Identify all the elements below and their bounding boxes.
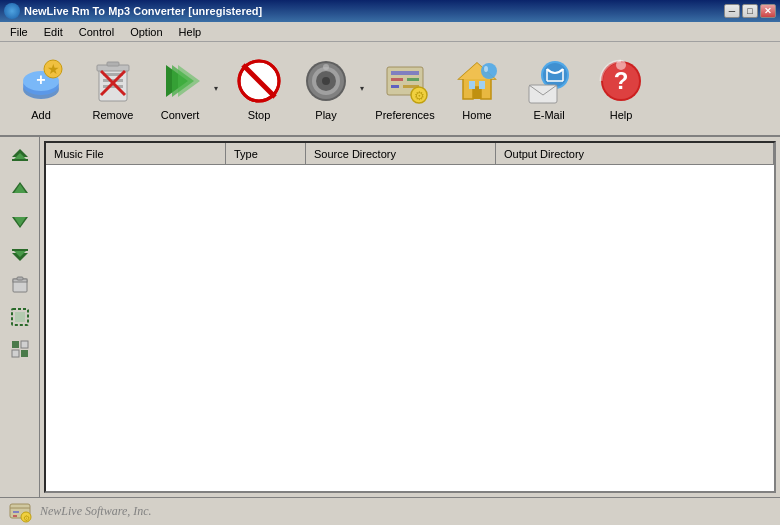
play-label: Play — [315, 109, 336, 121]
menu-edit[interactable]: Edit — [36, 24, 71, 40]
stop-icon — [235, 57, 283, 105]
svg-rect-67 — [15, 312, 25, 322]
preferences-button[interactable]: ⚙ Preferences — [370, 48, 440, 130]
home-label: Home — [462, 109, 491, 121]
svg-point-24 — [322, 77, 330, 85]
stop-label: Stop — [248, 109, 271, 121]
svg-rect-37 — [469, 81, 475, 89]
menu-bar: File Edit Control Option Help — [0, 22, 780, 42]
preferences-label: Preferences — [375, 109, 434, 121]
select-all-button[interactable] — [6, 303, 34, 331]
svg-point-40 — [484, 66, 488, 72]
clear-button[interactable] — [6, 271, 34, 299]
help-button[interactable]: ? Help — [586, 48, 656, 130]
menu-option[interactable]: Option — [122, 24, 170, 40]
title-bar-left: NewLive Rm To Mp3 Converter [unregistere… — [4, 3, 262, 19]
svg-rect-30 — [391, 85, 399, 88]
remove-icon — [89, 57, 137, 105]
svg-rect-29 — [407, 78, 419, 81]
svg-rect-27 — [391, 71, 419, 75]
menu-help[interactable]: Help — [171, 24, 210, 40]
email-button[interactable]: E-Mail — [514, 48, 584, 130]
stop-button[interactable]: Stop — [224, 48, 294, 130]
home-icon — [453, 57, 501, 105]
move-up-button[interactable] — [6, 175, 34, 203]
svg-text:★: ★ — [47, 61, 60, 77]
svg-rect-54 — [12, 159, 28, 161]
svg-rect-38 — [479, 81, 485, 89]
title-bar-controls: ─ □ ✕ — [724, 4, 776, 18]
status-icon: ⚙ — [8, 500, 32, 524]
svg-point-25 — [323, 64, 329, 70]
help-label: Help — [610, 109, 633, 121]
file-table: Music File Type Source Directory Output … — [44, 141, 776, 493]
svg-text:⚙: ⚙ — [414, 89, 425, 103]
window-title: NewLive Rm To Mp3 Converter [unregistere… — [24, 5, 262, 17]
maximize-button[interactable]: □ — [742, 4, 758, 18]
svg-rect-28 — [391, 78, 403, 81]
menu-file[interactable]: File — [2, 24, 36, 40]
svg-rect-11 — [107, 62, 119, 66]
remove-label: Remove — [93, 109, 134, 121]
svg-point-39 — [481, 63, 497, 79]
svg-marker-16 — [178, 65, 200, 97]
play-dropdown-arrow[interactable]: ▾ — [356, 48, 368, 130]
svg-rect-74 — [13, 511, 19, 513]
svg-rect-71 — [21, 350, 28, 357]
home-button[interactable]: Home — [442, 48, 512, 130]
svg-rect-65 — [17, 277, 23, 280]
table-header: Music File Type Source Directory Output … — [46, 143, 774, 165]
col-header-music-file[interactable]: Music File — [46, 143, 226, 164]
add-label: Add — [31, 109, 51, 121]
col-header-output-directory[interactable]: Output Directory — [496, 143, 774, 164]
move-top-button[interactable] — [6, 143, 34, 171]
col-header-type[interactable]: Type — [226, 143, 306, 164]
svg-rect-69 — [21, 341, 28, 348]
svg-rect-61 — [12, 249, 28, 251]
play-icon — [302, 57, 350, 105]
add-button[interactable]: + ★ Add — [6, 48, 76, 130]
sidebar — [0, 137, 40, 497]
status-bar: ⚙ NewLive Software, Inc. — [0, 497, 780, 525]
svg-rect-9 — [103, 85, 123, 88]
menu-control[interactable]: Control — [71, 24, 122, 40]
toolbar: + ★ Add Remove — [0, 42, 780, 137]
convert-label: Convert — [161, 109, 200, 121]
close-button[interactable]: ✕ — [760, 4, 776, 18]
preferences-icon: ⚙ — [381, 57, 429, 105]
app-icon — [4, 3, 20, 19]
play-button-wrap: Play ▾ — [296, 48, 368, 130]
move-down-button[interactable] — [6, 207, 34, 235]
email-label: E-Mail — [533, 109, 564, 121]
table-body — [46, 165, 774, 491]
col-header-source-directory[interactable]: Source Directory — [306, 143, 496, 164]
convert-button[interactable]: Convert — [150, 48, 210, 130]
title-bar: NewLive Rm To Mp3 Converter [unregistere… — [0, 0, 780, 22]
svg-text:⚙: ⚙ — [23, 514, 30, 523]
convert-dropdown-arrow[interactable]: ▾ — [210, 48, 222, 130]
invert-selection-button[interactable] — [6, 335, 34, 363]
svg-text:+: + — [36, 71, 45, 88]
svg-rect-68 — [12, 341, 19, 348]
main-area: Music File Type Source Directory Output … — [0, 137, 780, 497]
help-icon: ? — [597, 57, 645, 105]
email-icon — [525, 57, 573, 105]
svg-rect-70 — [12, 350, 19, 357]
svg-text:?: ? — [614, 67, 629, 94]
play-button[interactable]: Play — [296, 48, 356, 130]
move-bottom-button[interactable] — [6, 239, 34, 267]
svg-rect-75 — [13, 515, 17, 517]
convert-button-wrap: Convert ▾ — [150, 48, 222, 130]
minimize-button[interactable]: ─ — [724, 4, 740, 18]
remove-button[interactable]: Remove — [78, 48, 148, 130]
add-icon: + ★ — [17, 57, 65, 105]
convert-icon — [156, 57, 204, 105]
company-name: NewLive Software, Inc. — [40, 504, 152, 519]
